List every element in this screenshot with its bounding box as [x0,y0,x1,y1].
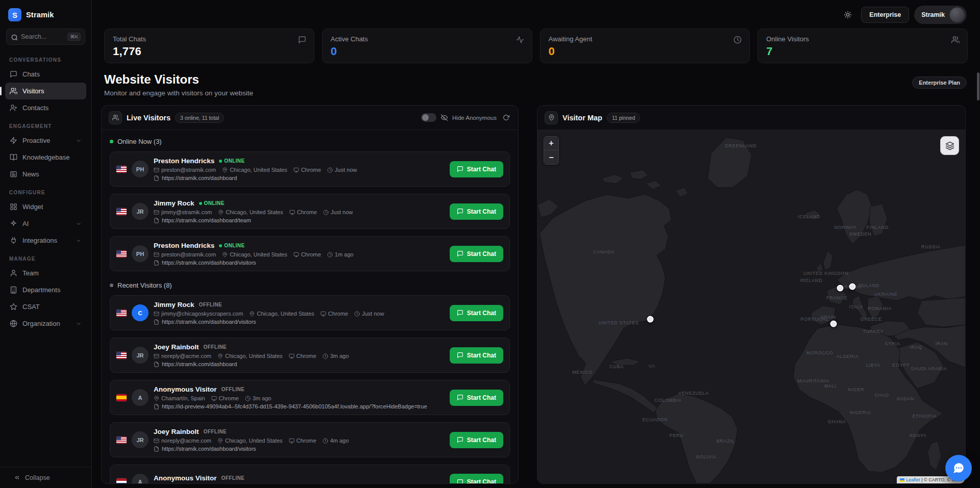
nav-section-label: MANAGE [9,256,82,262]
visitor-card[interactable]: JR Joey Rainbolt OFFLINE noreply@acme.co… [110,338,510,373]
visitor-map-header: Visitor Map 11 pinned [537,106,965,130]
topbar: Enterprise Stramik [92,0,980,28]
sidebar-item-ai[interactable]: AI [5,215,86,232]
sidebar-item-news[interactable]: News [5,166,86,183]
visitor-card[interactable]: JR Jimmy Rock ONLINE jimmy@stramik.com C… [110,194,510,229]
start-chat-button[interactable]: Start Chat [450,203,503,220]
visitor-email: noreply@acme.com [154,353,211,359]
visitor-current-page: https://stramik.com/dashboard/team [154,217,445,223]
visitor-map-marker[interactable] [830,321,837,327]
sidebar-collapse-button[interactable]: Collapse [0,467,91,488]
visitor-card[interactable]: A Anonymous Visitor OFFLINE Amsterdam, N… [110,465,510,483]
file-icon [154,362,159,367]
mail-icon [154,311,159,317]
mail-icon [154,252,159,258]
start-chat-button[interactable]: Start Chat [450,347,503,364]
visitor-map-canvas[interactable]: + − Leaflet | © CARTO, © OSM GREENLANDIC… [537,130,965,483]
recent-visitors-header: Recent Visitors (8) [110,281,510,289]
sidebar-item-organization[interactable]: Organization [5,315,86,332]
zoom-out-button[interactable]: − [544,150,558,164]
visitor-browser: Chrome [289,438,316,444]
theme-toggle-button[interactable] [840,7,856,23]
visitor-map-marker[interactable] [837,285,844,292]
online-dot [110,140,113,143]
search-shortcut: ⌘K [67,33,81,41]
search-input[interactable] [21,33,64,40]
start-chat-button[interactable]: Start Chat [450,474,503,483]
enterprise-button[interactable]: Enterprise [861,7,909,23]
sidebar-item-contacts[interactable]: Contacts [5,99,86,116]
map-pin-icon [217,438,223,444]
page-scrollbar[interactable] [976,0,979,488]
visitor-browser: Chrome [321,311,348,317]
sidebar-item-chats[interactable]: Chats [5,66,86,83]
sidebar-item-team[interactable]: Team [5,265,86,281]
visitor-map-marker[interactable] [647,316,654,322]
live-visitors-header: Live Visitors 3 online, 11 total Hide An… [102,106,518,130]
visitor-map-title: Visitor Map [562,114,602,122]
start-chat-button[interactable]: Start Chat [450,390,503,406]
zoom-in-button[interactable]: + [544,137,558,150]
visitor-avatar: A [132,474,149,484]
start-chat-button[interactable]: Start Chat [450,246,503,262]
visitor-map-marker[interactable] [849,283,855,290]
country-flag-icon [116,310,127,317]
map-layers-button[interactable] [940,136,959,155]
visitor-current-page: https://stramik.com/dashboard/visitors [154,260,445,266]
chat-icon [457,394,463,401]
stat-value: 1,776 [113,45,306,58]
stat-total-chats: Total Chats 1,776 [104,29,314,63]
stat-value: 7 [766,45,959,58]
leaflet-link[interactable]: Leaflet [906,477,920,482]
start-chat-button[interactable]: Start Chat [450,432,503,448]
visitor-card[interactable]: A Anonymous Visitor OFFLINE Chamartín, S… [110,380,510,415]
chat-icon [457,310,463,316]
sidebar-item-csat[interactable]: CSAT [5,298,86,315]
map-pin-icon [218,210,224,215]
content: Live Visitors 3 online, 11 total Hide An… [92,97,980,488]
stat-awaiting-agent: Awaiting Agent 0 [540,29,750,63]
sidebar-item-departments[interactable]: Departments [5,281,86,298]
users-icon [951,36,960,46]
sidebar-item-visitors[interactable]: Visitors [5,83,86,99]
hide-anonymous-toggle[interactable] [421,113,436,122]
visitor-card[interactable]: JR Joey Rainbolt OFFLINE noreply@acme.co… [110,422,510,457]
zap-icon [10,137,17,144]
sidebar-search[interactable]: ⌘K [6,29,85,45]
chevron-down-icon [76,238,82,244]
start-chat-button[interactable]: Start Chat [450,161,503,177]
refresh-button[interactable] [501,113,511,122]
sidebar-item-widget[interactable]: Widget [5,198,86,215]
status-dot [219,160,222,163]
visitor-location: Chicago, United States [222,251,287,258]
widget-icon [10,203,17,211]
scrollbar-thumb[interactable] [977,72,979,100]
chat-bubble-icon [952,461,965,475]
map-pin-icon [222,252,228,258]
start-chat-button[interactable]: Start Chat [450,305,503,321]
chat-icon [457,166,463,172]
visitor-card[interactable]: C Jimmy Rock OFFLINE jimmy@chicagoskyscr… [110,295,510,330]
visitor-avatar: C [132,304,149,321]
nav-section-label: CONFIGURE [9,190,82,195]
main-area: Enterprise Stramik Total Chats 1,776 Act… [92,0,980,488]
sidebar-item-integrations[interactable]: Integrations [5,232,86,249]
sidebar-item-knowledgebase[interactable]: Knowledgebase [5,149,86,166]
visitor-current-page: https://stramik.com/dashboard [154,361,445,367]
visitor-card[interactable]: PH Preston Hendricks ONLINE preston@stra… [110,151,510,187]
visitor-card[interactable]: PH Preston Hendricks ONLINE preston@stra… [110,236,510,271]
status-badge: ONLINE [219,158,244,164]
nav-section-label: CONVERSATIONS [9,57,82,63]
sidebar-item-proactive[interactable]: Proactive [5,132,86,149]
mail-icon [154,167,159,173]
map-pin-icon [217,353,223,359]
page-header: Website Visitors Monitor and engage with… [92,63,980,97]
chat-widget-button[interactable] [945,455,972,481]
visitor-location: Chamartín, Spain [154,395,205,401]
building-icon [10,286,17,294]
visitor-current-page: https://id-preview-49094ab4--5fc4d376-dd… [154,403,445,409]
visitor-location: Chicago, United States [218,209,283,215]
clock-icon [245,396,251,401]
account-menu[interactable]: Stramik [914,6,967,24]
layers-icon [945,141,954,150]
